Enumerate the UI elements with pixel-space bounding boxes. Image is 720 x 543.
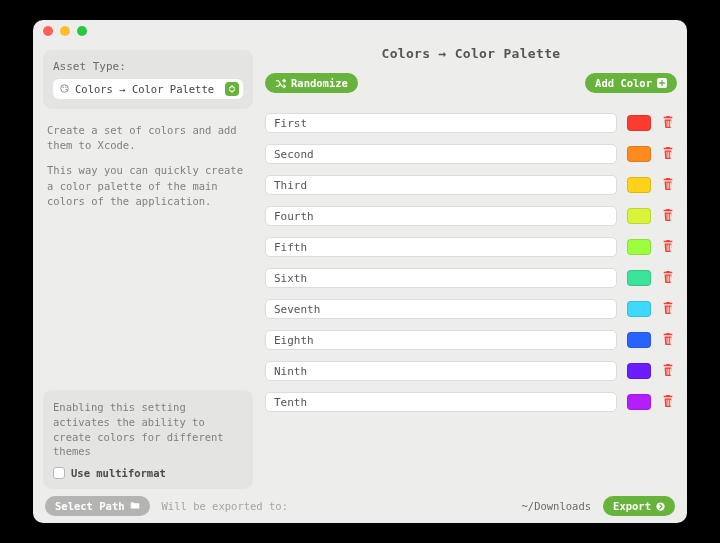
delete-color-button[interactable]: [661, 394, 675, 411]
color-row: [265, 299, 675, 319]
trash-icon: [662, 394, 674, 411]
close-button[interactable]: [43, 26, 53, 36]
color-name-input[interactable]: [265, 330, 617, 350]
color-swatch[interactable]: [627, 146, 651, 162]
export-hint: Will be exported to:: [162, 500, 288, 512]
sidebar: Asset Type: Colors → Color Palette Creat…: [43, 42, 253, 489]
asset-type-value: Colors → Color Palette: [75, 83, 214, 95]
asset-type-select[interactable]: Colors → Color Palette: [53, 79, 243, 99]
randomize-button[interactable]: Randomize: [265, 73, 358, 93]
svg-point-3: [66, 88, 67, 89]
add-color-button[interactable]: Add Color: [585, 73, 677, 93]
color-row: [265, 268, 675, 288]
select-path-button[interactable]: Select Path: [45, 496, 150, 516]
zoom-button[interactable]: [77, 26, 87, 36]
trash-icon: [662, 208, 674, 225]
multiformat-checkbox[interactable]: [53, 467, 65, 479]
color-row: [265, 330, 675, 350]
asset-type-panel: Asset Type: Colors → Color Palette: [43, 50, 253, 109]
color-swatch[interactable]: [627, 363, 651, 379]
plus-icon: [657, 78, 667, 88]
color-name-input[interactable]: [265, 268, 617, 288]
color-swatch[interactable]: [627, 177, 651, 193]
color-name-input[interactable]: [265, 361, 617, 381]
delete-color-button[interactable]: [661, 239, 675, 256]
delete-color-button[interactable]: [661, 301, 675, 318]
color-swatch[interactable]: [627, 115, 651, 131]
delete-color-button[interactable]: [661, 115, 675, 132]
trash-icon: [662, 332, 674, 349]
multiformat-hint: Enabling this setting activates the abil…: [53, 400, 243, 459]
trash-icon: [662, 146, 674, 163]
color-swatch[interactable]: [627, 332, 651, 348]
color-name-input[interactable]: [265, 206, 617, 226]
color-row: [265, 361, 675, 381]
svg-point-1: [62, 86, 63, 87]
color-row: [265, 392, 675, 412]
asset-type-label: Asset Type:: [53, 60, 243, 73]
page-title: Colors → Color Palette: [265, 46, 677, 61]
color-swatch[interactable]: [627, 208, 651, 224]
color-name-input[interactable]: [265, 392, 617, 412]
color-swatch[interactable]: [627, 394, 651, 410]
svg-point-0: [61, 84, 69, 92]
multiformat-label: Use multiformat: [71, 467, 166, 479]
delete-color-button[interactable]: [661, 363, 675, 380]
trash-icon: [662, 270, 674, 287]
delete-color-button[interactable]: [661, 146, 675, 163]
svg-point-2: [65, 86, 66, 87]
svg-point-5: [656, 502, 664, 510]
titlebar: [33, 20, 687, 42]
delete-color-button[interactable]: [661, 270, 675, 287]
trash-icon: [662, 115, 674, 132]
app-window: Asset Type: Colors → Color Palette Creat…: [33, 20, 687, 523]
palette-icon: [59, 83, 70, 96]
color-name-input[interactable]: [265, 237, 617, 257]
description-text: Create a set of colors and add them to X…: [43, 119, 253, 219]
delete-color-button[interactable]: [661, 332, 675, 349]
color-swatch[interactable]: [627, 239, 651, 255]
toolbar: Randomize Add Color: [265, 73, 677, 93]
color-name-input[interactable]: [265, 113, 617, 133]
color-swatch[interactable]: [627, 301, 651, 317]
color-name-input[interactable]: [265, 175, 617, 195]
chevron-updown-icon: [225, 82, 239, 96]
trash-icon: [662, 301, 674, 318]
color-row: [265, 237, 675, 257]
delete-color-button[interactable]: [661, 208, 675, 225]
delete-color-button[interactable]: [661, 177, 675, 194]
color-row: [265, 144, 675, 164]
chevron-right-icon: [656, 502, 665, 511]
color-name-input[interactable]: [265, 299, 617, 319]
color-row: [265, 206, 675, 226]
footer: Select Path Will be exported to: ~/Downl…: [33, 489, 687, 523]
window-body: Asset Type: Colors → Color Palette Creat…: [33, 42, 687, 489]
folder-icon: [130, 500, 140, 512]
color-row: [265, 175, 675, 195]
export-button[interactable]: Export: [603, 496, 675, 516]
shuffle-icon: [275, 78, 286, 89]
main-pane: Colors → Color Palette Randomize Add Col…: [265, 42, 677, 489]
minimize-button[interactable]: [60, 26, 70, 36]
export-path: ~/Downloads: [522, 500, 592, 512]
trash-icon: [662, 239, 674, 256]
multiformat-panel: Enabling this setting activates the abil…: [43, 390, 253, 489]
trash-icon: [662, 363, 674, 380]
color-swatch[interactable]: [627, 270, 651, 286]
color-list: [265, 113, 677, 412]
color-row: [265, 113, 675, 133]
trash-icon: [662, 177, 674, 194]
color-name-input[interactable]: [265, 144, 617, 164]
